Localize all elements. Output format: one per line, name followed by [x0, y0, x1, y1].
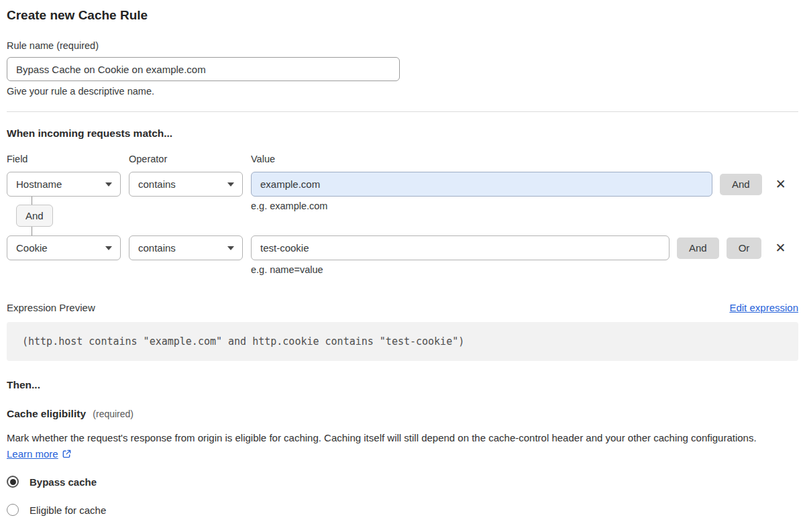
expression-code-block: (http.host contains "example.com" and ht…: [7, 322, 798, 361]
operator-column-header: Operator: [129, 154, 251, 164]
chevron-down-icon: [105, 182, 112, 187]
radio-dot: [10, 479, 16, 485]
rule-name-help-text: Give your rule a descriptive name.: [7, 86, 798, 97]
operator-dropdown-value: contains: [138, 242, 176, 254]
section-divider: [7, 111, 798, 112]
page-title: Create new Cache Rule: [7, 8, 798, 23]
chevron-down-icon: [227, 246, 234, 250]
condition-connector-area: e.g. example.com And: [7, 197, 798, 235]
create-cache-rule-page: Create new Cache Rule Rule name (require…: [0, 8, 805, 516]
edit-expression-link[interactable]: Edit expression: [729, 302, 798, 313]
value-hint: e.g. example.com: [251, 201, 327, 211]
cache-eligibility-description: Mark whether the request's response from…: [7, 430, 778, 464]
value-input[interactable]: [251, 235, 669, 260]
rule-name-input[interactable]: [7, 57, 400, 81]
condition-row: Cookie contains And Or ✕: [7, 235, 798, 260]
chevron-down-icon: [105, 246, 112, 250]
match-section-heading: When incoming requests match...: [7, 127, 798, 140]
connector-line: [32, 227, 32, 235]
and-button[interactable]: And: [677, 237, 719, 259]
value-hint: e.g. name=value: [251, 264, 798, 275]
cache-eligibility-title: Cache eligibility: [7, 408, 86, 419]
and-connector-chip[interactable]: And: [16, 205, 53, 227]
remove-condition-icon[interactable]: ✕: [771, 175, 790, 194]
external-link-icon: [62, 447, 72, 464]
chevron-down-icon: [227, 182, 234, 187]
connector-line: [32, 197, 32, 205]
radio-selected-icon[interactable]: [7, 476, 19, 488]
then-heading: Then...: [7, 379, 798, 391]
and-button[interactable]: And: [720, 174, 762, 195]
bypass-cache-option[interactable]: Bypass cache: [7, 476, 798, 488]
expression-preview-header: Expression Preview Edit expression: [7, 302, 798, 313]
field-dropdown-value: Cookie: [16, 242, 48, 254]
field-dropdown[interactable]: Cookie: [7, 235, 121, 260]
bypass-cache-label: Bypass cache: [30, 476, 97, 488]
value-input[interactable]: [251, 172, 712, 197]
value-column-header: Value: [251, 154, 275, 164]
condition-row: Hostname contains And ✕: [7, 172, 798, 197]
rule-name-label: Rule name (required): [7, 40, 798, 51]
expression-preview-label: Expression Preview: [7, 302, 95, 313]
operator-dropdown-value: contains: [138, 178, 176, 190]
cache-eligibility-header: Cache eligibility (required): [7, 408, 798, 420]
field-dropdown[interactable]: Hostname: [7, 172, 121, 197]
required-note: (required): [93, 409, 133, 419]
condition-column-headers: Field Operator Value: [7, 154, 798, 164]
remove-condition-icon[interactable]: ✕: [771, 239, 790, 258]
operator-dropdown[interactable]: contains: [129, 172, 243, 197]
or-button[interactable]: Or: [727, 237, 762, 259]
eligible-for-cache-option[interactable]: Eligible for cache: [7, 504, 798, 516]
field-dropdown-value: Hostname: [16, 178, 62, 190]
operator-dropdown[interactable]: contains: [129, 235, 243, 260]
field-column-header: Field: [7, 154, 129, 164]
eligible-for-cache-label: Eligible for cache: [30, 504, 106, 516]
description-text: Mark whether the request's response from…: [7, 432, 757, 443]
radio-unselected-icon[interactable]: [7, 504, 19, 516]
learn-more-link[interactable]: Learn more: [7, 448, 58, 460]
